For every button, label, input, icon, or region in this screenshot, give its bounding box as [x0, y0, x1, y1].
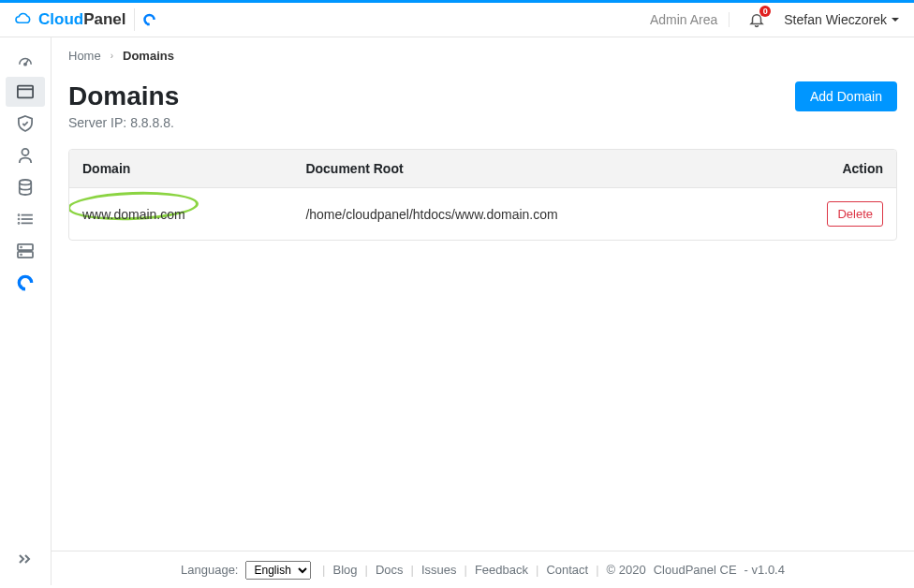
- svg-rect-4: [18, 86, 33, 98]
- top-header: CloudPanel Admin Area 0 Stefan Wieczorek: [0, 3, 914, 37]
- admin-area-link[interactable]: Admin Area: [650, 12, 730, 27]
- footer-blog-link[interactable]: Blog: [332, 563, 357, 577]
- svg-point-13: [19, 223, 20, 224]
- svg-rect-18: [22, 287, 25, 290]
- notification-badge: 0: [759, 6, 771, 17]
- breadcrumb-home[interactable]: Home: [68, 49, 101, 63]
- sidebar-cron[interactable]: [6, 204, 45, 234]
- logo[interactable]: CloudPanel: [14, 10, 126, 29]
- sidebar-security[interactable]: [6, 109, 45, 139]
- notifications-button[interactable]: 0: [748, 11, 765, 28]
- cell-domain: www.domain.com: [69, 188, 292, 241]
- header-right: Admin Area 0 Stefan Wieczorek: [650, 11, 900, 28]
- domains-table: Domain Document Root Action www.domain.c…: [68, 149, 897, 241]
- footer-issues-link[interactable]: Issues: [421, 563, 457, 577]
- user-menu[interactable]: Stefan Wieczorek: [784, 12, 900, 27]
- svg-point-7: [20, 180, 31, 184]
- server-ip-label: Server IP: 8.8.8.8.: [68, 115, 179, 130]
- cloud-icon: [14, 12, 33, 27]
- footer-version: - v1.0.4: [744, 563, 785, 577]
- sidebar-domains[interactable]: [6, 77, 45, 107]
- svg-point-11: [19, 214, 20, 215]
- cell-docroot: /home/cloudpanel/htdocs/www.domain.com: [292, 188, 797, 241]
- logo-text-cloud: Cloud: [38, 10, 83, 29]
- th-action: Action: [797, 150, 896, 188]
- footer: Language: English | Blog | Docs | Issues…: [52, 551, 914, 588]
- breadcrumb: Home › Domains: [68, 49, 897, 63]
- table-row: www.domain.com /home/cloudpanel/htdocs/w…: [69, 188, 896, 241]
- add-domain-button[interactable]: Add Domain: [795, 81, 897, 111]
- svg-rect-0: [147, 23, 150, 26]
- table-header-row: Domain Document Root Action: [69, 150, 896, 188]
- language-select[interactable]: English: [245, 561, 311, 580]
- main-content: Home › Domains Domains Server IP: 8.8.8.…: [52, 37, 914, 585]
- footer-copyright: © 2020: [607, 563, 646, 577]
- svg-rect-1: [145, 22, 147, 23]
- delete-button[interactable]: Delete: [827, 201, 883, 227]
- footer-docs-link[interactable]: Docs: [376, 563, 404, 577]
- breadcrumb-separator: ›: [111, 51, 113, 61]
- chevron-down-icon: [891, 15, 900, 24]
- user-name-label: Stefan Wieczorek: [784, 12, 887, 27]
- sidebar-dashboard[interactable]: [6, 45, 45, 75]
- th-docroot: Document Root: [292, 150, 797, 188]
- sidebar: [0, 37, 52, 585]
- language-label: Language:: [181, 563, 238, 577]
- footer-feedback-link[interactable]: Feedback: [475, 563, 528, 577]
- footer-product-link[interactable]: CloudPanel CE: [654, 563, 737, 577]
- sidebar-digitalocean[interactable]: [6, 268, 45, 298]
- layout: Home › Domains Domains Server IP: 8.8.8.…: [0, 37, 914, 585]
- page-title: Domains: [68, 81, 179, 111]
- header-left: CloudPanel: [14, 8, 156, 31]
- sidebar-databases[interactable]: [6, 172, 45, 202]
- svg-rect-19: [20, 286, 22, 288]
- th-domain: Domain: [69, 150, 292, 188]
- digitalocean-icon[interactable]: [134, 8, 156, 31]
- svg-point-17: [21, 255, 22, 256]
- sidebar-users[interactable]: [6, 140, 45, 170]
- footer-contact-link[interactable]: Contact: [546, 563, 588, 577]
- svg-point-6: [22, 149, 28, 155]
- domain-link[interactable]: www.domain.com: [82, 207, 185, 222]
- page-header: Domains Server IP: 8.8.8.8. Add Domain: [68, 81, 897, 130]
- cell-action: Delete: [797, 188, 896, 241]
- svg-point-16: [21, 247, 22, 248]
- logo-text-panel: Panel: [83, 10, 125, 29]
- breadcrumb-current: Domains: [123, 49, 174, 63]
- svg-point-12: [19, 219, 20, 220]
- sidebar-services[interactable]: [6, 236, 45, 266]
- sidebar-expand-button[interactable]: [6, 542, 45, 576]
